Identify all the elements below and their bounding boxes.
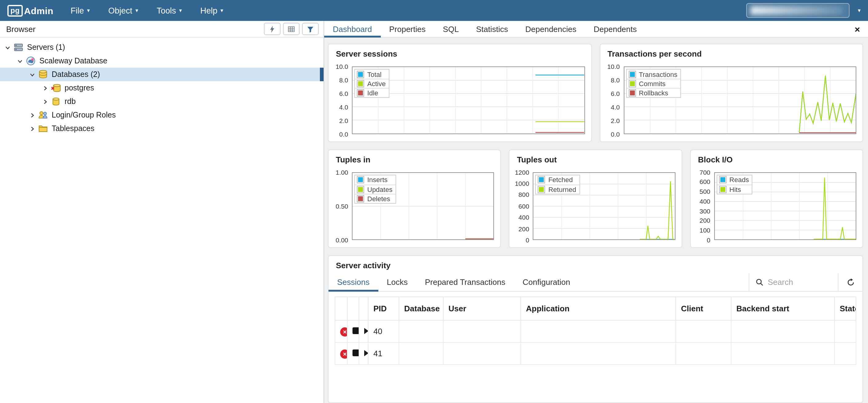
tree-item-scaleway-database[interactable]: Scaleway Database <box>0 54 323 68</box>
search-input[interactable] <box>764 278 838 287</box>
user-menu[interactable] <box>746 3 849 18</box>
search-box <box>749 273 838 291</box>
legend-label: Total <box>367 70 382 78</box>
chart-legend: ReadsHits <box>716 175 753 194</box>
terminate-session-icon[interactable] <box>352 349 359 356</box>
view-data-button[interactable] <box>283 23 300 35</box>
logo-admin-text: Admin <box>24 5 53 16</box>
terminate-session-icon[interactable] <box>352 327 359 334</box>
legend-swatch-icon <box>357 70 364 78</box>
chevron-right-icon[interactable] <box>28 112 37 118</box>
chevron-down-icon: ▾ <box>87 7 90 13</box>
cancel-session-icon[interactable]: × <box>340 327 347 336</box>
tab-prepared-transactions[interactable]: Prepared Transactions <box>416 273 514 291</box>
chevron-down-icon[interactable]: ▾ <box>858 7 861 13</box>
legend-label: Deletes <box>367 195 390 202</box>
y-tick-label: 400 <box>519 214 529 221</box>
block-io-panel: Block I/O 7006005004003002001000 ReadsHi… <box>690 149 863 248</box>
y-tick-label: 0 <box>707 236 711 244</box>
tab-statistics[interactable]: Statistics <box>467 21 517 37</box>
roles-icon <box>38 110 49 120</box>
session-row: × 40 <box>335 320 856 342</box>
tree-item-label: Tablespaces <box>52 124 94 133</box>
tab-dependents[interactable]: Dependents <box>585 21 645 37</box>
tab-dependencies[interactable]: Dependencies <box>517 21 585 37</box>
legend-swatch-icon <box>357 186 364 193</box>
chevron-down-icon[interactable] <box>16 58 25 64</box>
query-tool-button[interactable] <box>264 23 280 35</box>
column-header-empty <box>347 297 359 320</box>
tab-locks[interactable]: Locks <box>378 273 416 291</box>
refresh-button[interactable] <box>838 273 863 291</box>
y-tick-label: 8.0 <box>339 76 348 84</box>
menu-object[interactable]: Object▾ <box>108 6 138 15</box>
y-tick-label: 0.0 <box>611 130 620 137</box>
y-tick-label: 4.0 <box>339 103 348 111</box>
menu-help[interactable]: Help▾ <box>200 6 223 15</box>
tab-configuration[interactable]: Configuration <box>514 273 579 291</box>
legend-item: Active <box>355 79 389 88</box>
filter-button[interactable] <box>302 23 319 35</box>
blurred-username <box>750 6 843 15</box>
column-header-state: State <box>835 297 856 320</box>
column-header-client: Client <box>676 297 731 320</box>
column-header-user: User <box>443 297 521 320</box>
legend-swatch-icon <box>719 186 726 193</box>
legend-item: Inserts <box>355 175 396 184</box>
y-tick-label: 2.0 <box>611 117 620 124</box>
menu-label: Object <box>108 6 132 15</box>
y-tick-label: 10.0 <box>336 63 348 70</box>
menu-tools[interactable]: Tools▾ <box>157 6 182 15</box>
y-tick-label: 300 <box>700 207 710 214</box>
chart-legend: FetchedReturned <box>535 175 580 194</box>
panel-title: Server activity <box>329 256 863 272</box>
tree-item-databases[interactable]: Databases (2) <box>0 68 323 81</box>
tree-item-label: Login/Group Roles <box>52 111 116 119</box>
y-tick-label: 100 <box>700 226 710 234</box>
lightning-icon <box>268 25 276 33</box>
tab-dashboard[interactable]: Dashboard <box>324 21 380 37</box>
logo-pg-box: pg <box>7 5 23 16</box>
chevron-right-icon[interactable] <box>28 126 37 131</box>
legend-item: Fetched <box>536 175 580 184</box>
tab-properties[interactable]: Properties <box>380 21 434 37</box>
tree-item-tablespaces[interactable]: Tablespaces <box>0 122 323 135</box>
pid-cell: 40 <box>368 320 399 342</box>
chevron-right-icon[interactable] <box>40 85 50 91</box>
tab-label: Prepared Transactions <box>425 278 505 287</box>
funnel-icon <box>306 25 314 33</box>
chart-plot: TotalActiveIdle <box>352 66 585 134</box>
tree-item-servers[interactable]: Servers (1) <box>0 41 323 54</box>
tree-item-login-group-roles[interactable]: Login/Group Roles <box>0 108 323 122</box>
chart-plot: FetchedReturned <box>533 172 676 240</box>
tuples-in-panel: Tuples in 1.000.500.00 InsertsUpdatesDel… <box>328 149 501 248</box>
tab-sql[interactable]: SQL <box>434 21 467 37</box>
close-icon[interactable]: × <box>846 21 868 37</box>
servers-icon <box>13 42 24 52</box>
application-cell <box>521 342 676 365</box>
chevron-down-icon: ▾ <box>135 7 138 13</box>
expand-row-icon[interactable] <box>364 350 368 356</box>
chart: 10.08.06.04.02.00.0 TotalActiveIdle <box>329 60 591 141</box>
browser-panel: Browser Servers (1) <box>0 21 324 403</box>
database-cell <box>399 320 443 342</box>
menu-label: File <box>70 6 84 15</box>
chart-plot: ReadsHits <box>714 172 856 240</box>
chevron-down-icon[interactable] <box>28 72 37 77</box>
legend-swatch-icon <box>719 176 726 183</box>
chevron-right-icon[interactable] <box>40 99 50 104</box>
tab-sessions[interactable]: Sessions <box>329 273 378 291</box>
cancel-session-icon[interactable]: × <box>340 349 347 359</box>
y-tick-label: 600 <box>700 178 710 186</box>
y-tick-label: 10.0 <box>607 63 620 70</box>
legend-swatch-icon <box>357 195 364 202</box>
menu-file[interactable]: File▾ <box>70 6 90 15</box>
chart: 1.000.500.00 InsertsUpdatesDeletes <box>329 166 500 247</box>
tree-item-postgres[interactable]: postgres <box>0 81 323 95</box>
expand-row-icon[interactable] <box>364 328 368 334</box>
browser-toolbar <box>264 23 319 35</box>
y-axis: 7006005004003002001000 <box>690 172 714 240</box>
chevron-down-icon[interactable] <box>3 44 12 50</box>
tree-item-rdb[interactable]: rdb <box>0 95 323 108</box>
y-axis: 10.08.06.04.02.00.0 <box>329 66 352 134</box>
